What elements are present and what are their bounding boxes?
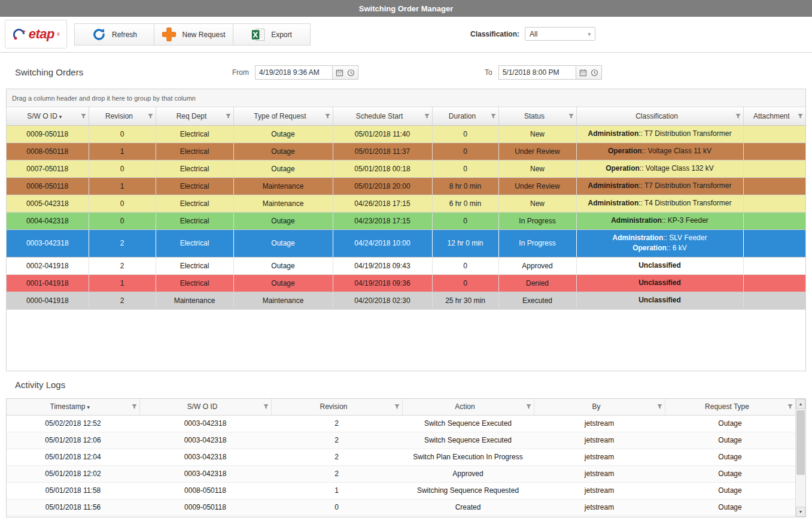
export-button[interactable]: Export xyxy=(233,23,311,46)
filter-icon[interactable] xyxy=(735,113,741,119)
cell-action: Approved xyxy=(402,465,534,482)
order-row[interactable]: 0006-050118 1 Electrical Maintenance 05/… xyxy=(7,177,805,195)
new-request-button[interactable]: New Request xyxy=(154,23,233,46)
column-header-timestamp[interactable]: Timestamp▾ xyxy=(7,399,139,415)
cell-swoid: 0009-050118 xyxy=(139,499,271,516)
cell-request-type: Outage xyxy=(665,482,795,499)
logs-section-header: Activity Logs xyxy=(0,371,812,398)
column-header-request-type[interactable]: Request Type xyxy=(665,399,795,415)
cell-attachment xyxy=(743,257,805,274)
column-header-duration[interactable]: Duration xyxy=(432,107,498,125)
column-header-revision[interactable]: Revision xyxy=(271,399,402,415)
cell-request-type: Outage xyxy=(665,499,795,516)
cell-req-dept: Electrical xyxy=(156,160,233,177)
filter-icon[interactable] xyxy=(225,113,232,119)
cell-swoid: 0009-050118 xyxy=(7,125,89,143)
vertical-scrollbar[interactable]: ▲ ▼ xyxy=(795,399,805,517)
logs-header-row: Timestamp▾ S/W O ID Revision Action By xyxy=(7,399,795,415)
registered-mark: ® xyxy=(57,32,60,37)
cell-revision: 1 xyxy=(89,274,156,292)
cell-type: Outage xyxy=(233,229,333,257)
filter-icon[interactable] xyxy=(568,113,574,119)
calendar-icon[interactable] xyxy=(579,69,587,77)
cell-type: Outage xyxy=(233,160,333,177)
cell-attachment xyxy=(743,212,805,229)
cell-duration: 12 hr 0 min xyxy=(432,229,498,257)
column-header-schedule-start[interactable]: Schedule Start xyxy=(333,107,432,125)
log-row[interactable]: 05/01/2018 12:06 0003-042318 2 Switch Se… xyxy=(7,432,795,449)
classification-select[interactable]: All ▾ xyxy=(525,27,595,41)
column-header-req-dept[interactable]: Req Dept xyxy=(156,107,233,125)
to-date-input[interactable] xyxy=(498,65,576,80)
from-date-picker-buttons[interactable] xyxy=(332,65,358,80)
filter-icon[interactable] xyxy=(424,113,430,119)
filter-icon[interactable] xyxy=(394,404,400,410)
order-row-selected[interactable]: 0003-042318 2 Electrical Outage 04/24/20… xyxy=(7,229,805,257)
toolbar-buttons: Refresh New Request Export xyxy=(74,23,311,46)
cell-swoid: 0007-050118 xyxy=(7,160,89,177)
cell-timestamp: 05/01/2018 11:58 xyxy=(7,482,139,499)
order-row[interactable]: 0008-050118 1 Electrical Outage 05/01/20… xyxy=(7,143,805,160)
cell-timestamp: 05/01/2018 12:06 xyxy=(7,432,139,449)
order-row[interactable]: 0005-042318 0 Electrical Maintenance 04/… xyxy=(7,195,805,212)
scroll-up-button[interactable]: ▲ xyxy=(796,399,805,409)
order-row[interactable]: 0004-042318 0 Electrical Outage 04/23/20… xyxy=(7,212,805,229)
cell-schedule-start: 04/19/2018 09:43 xyxy=(333,257,432,274)
cell-req-dept: Electrical xyxy=(156,212,233,229)
filter-icon[interactable] xyxy=(263,404,269,410)
column-header-swoid[interactable]: S/W O ID xyxy=(139,399,271,415)
cell-status: Approved xyxy=(498,257,576,274)
scrollbar-thumb[interactable] xyxy=(796,410,805,475)
cell-classification: Unclassified xyxy=(576,292,743,309)
cell-by: jetstream xyxy=(534,415,665,432)
logs-heading: Activity Logs xyxy=(15,380,65,390)
filter-icon[interactable] xyxy=(787,404,793,410)
column-header-type-of-request[interactable]: Type of Request xyxy=(233,107,333,125)
cell-schedule-start: 04/26/2018 17:15 xyxy=(333,195,432,212)
order-row[interactable]: 0001-041918 1 Electrical Outage 04/19/20… xyxy=(7,274,805,292)
column-header-attachment[interactable]: Attachment xyxy=(743,107,805,125)
scroll-down-button[interactable]: ▼ xyxy=(796,507,805,517)
cell-classification: Unclassified xyxy=(576,274,743,292)
clock-icon[interactable] xyxy=(591,69,598,77)
log-row[interactable]: 05/01/2018 12:02 0003-042318 2 Approved … xyxy=(7,465,795,482)
log-row[interactable]: 05/02/2018 12:52 0003-042318 2 Switch Se… xyxy=(7,415,795,432)
column-header-action[interactable]: Action xyxy=(402,399,534,415)
filter-icon[interactable] xyxy=(80,113,87,119)
column-header-revision[interactable]: Revision xyxy=(89,107,156,125)
filter-icon[interactable] xyxy=(131,404,138,410)
log-row[interactable]: 05/01/2018 11:56 0009-050118 0 Created j… xyxy=(7,499,795,516)
cell-classification: Operation:: Voltage Class 132 kV xyxy=(576,160,743,177)
filter-icon[interactable] xyxy=(656,404,663,410)
order-row[interactable]: 0000-041918 2 Maintenance Maintenance 04… xyxy=(7,292,805,309)
export-label: Export xyxy=(271,31,292,39)
toolbar: etap® Refresh New Request Export Classif… xyxy=(0,17,812,53)
column-header-status[interactable]: Status xyxy=(498,107,576,125)
log-row[interactable]: 05/01/2018 11:58 0008-050118 1 Switching… xyxy=(7,482,795,499)
from-date-input[interactable] xyxy=(255,65,332,80)
filter-icon[interactable] xyxy=(490,113,497,119)
cell-action: Switch Plan Execution In Progress xyxy=(402,449,534,465)
cell-by: jetstream xyxy=(534,465,665,482)
cell-duration: 0 xyxy=(432,274,498,292)
filter-icon[interactable] xyxy=(797,113,804,119)
log-row[interactable]: 05/01/2018 12:04 0003-042318 2 Switch Pl… xyxy=(7,449,795,465)
clock-icon[interactable] xyxy=(347,69,355,77)
order-row[interactable]: 0002-041918 2 Electrical Outage 04/19/20… xyxy=(7,257,805,274)
column-header-by[interactable]: By xyxy=(534,399,665,415)
orders-header-row: S/W O ID▾ Revision Req Dept Type of Requ… xyxy=(7,107,805,125)
column-header-classification[interactable]: Classification xyxy=(576,107,743,125)
etap-logo: etap® xyxy=(5,20,67,49)
order-row[interactable]: 0007-050118 0 Electrical Outage 05/01/20… xyxy=(7,160,805,177)
refresh-button[interactable]: Refresh xyxy=(74,23,154,46)
group-by-bar[interactable]: Drag a column header and drop it here to… xyxy=(7,89,805,107)
filter-icon[interactable] xyxy=(324,113,331,119)
to-date-picker-buttons[interactable] xyxy=(576,65,602,80)
cell-swoid: 0008-050118 xyxy=(139,482,271,499)
calendar-icon[interactable] xyxy=(336,69,343,77)
from-date-group: From xyxy=(232,65,358,80)
filter-icon[interactable] xyxy=(147,113,154,119)
column-header-swoid[interactable]: S/W O ID▾ xyxy=(7,107,89,125)
filter-icon[interactable] xyxy=(525,404,532,410)
order-row[interactable]: 0009-050118 0 Electrical Outage 05/01/20… xyxy=(7,125,805,143)
